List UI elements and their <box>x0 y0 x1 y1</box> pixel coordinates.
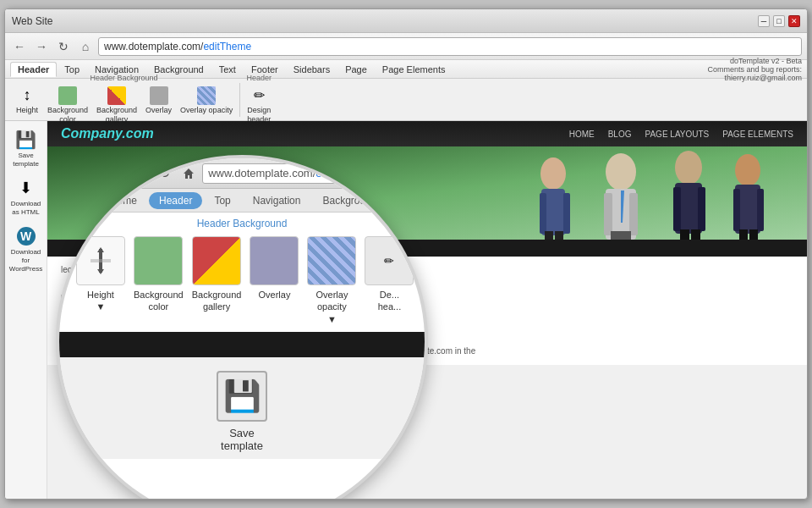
mag-tab-color-scheme[interactable]: Color scheme <box>64 192 147 209</box>
mag-tab-navigation[interactable]: Navigation <box>243 192 311 209</box>
design-header-icon: ✏ <box>249 86 269 106</box>
overlay-icon <box>149 86 169 106</box>
nav-page-elements[interactable]: PAGE ELEMENTS <box>722 130 793 139</box>
mag-bg-color-label: Backgroundcolor <box>134 289 184 313</box>
svg-rect-9 <box>698 187 705 231</box>
svg-point-18 <box>540 157 566 190</box>
right-info: doTemplate v2 - Beta Comments and bug re… <box>707 57 802 82</box>
tab-page[interactable]: Page <box>337 62 375 77</box>
mag-height-ctrl[interactable]: Height▼ <box>76 236 125 313</box>
home-button[interactable]: ⌂ <box>76 37 95 56</box>
window-controls: ─ □ ✕ <box>758 15 800 27</box>
site-nav: HOME BLOG PAGE LAYOUTS PAGE ELEMENTS <box>569 130 793 139</box>
mag-save-icon: 💾 <box>217 371 267 422</box>
download-wordpress-label: DownloadforWordPress <box>9 248 42 273</box>
header-controls: Header Background ↕ Height Backgroundcol… <box>5 79 807 121</box>
website-preview: Company.com HOME BLOG PAGE LAYOUTS PAGE … <box>47 121 807 500</box>
mag-overlay-opacity-icon <box>307 236 356 285</box>
mag-overlay-ctrl[interactable]: Overlay <box>250 236 299 301</box>
svg-rect-23 <box>555 231 563 240</box>
bg-gallery-button[interactable]: Backgroundgallery <box>93 84 140 126</box>
address-bar[interactable]: www.dotemplate.com/editTheme <box>98 37 802 56</box>
overlay-button[interactable]: Overlay <box>142 84 175 126</box>
refresh-button[interactable]: ↻ <box>54 37 73 56</box>
tab-page-elements[interactable]: Page Elements <box>375 62 453 77</box>
mag-save-section: 💾 Savetemplate <box>59 357 425 459</box>
height-label: Height <box>16 106 38 115</box>
website-header: Company.com HOME BLOG PAGE LAYOUTS PAGE … <box>47 121 807 146</box>
browser-navbar: ← → ↻ ⌂ www.dotemplate.com/editTheme <box>5 33 807 60</box>
mag-height-label: Height▼ <box>87 289 114 313</box>
save-template-button[interactable]: 💾 Savetemplate <box>7 124 46 171</box>
mag-dark-bar <box>59 332 425 357</box>
svg-rect-20 <box>540 193 546 234</box>
svg-rect-16 <box>739 229 748 240</box>
header-group: ✏ Designheader <box>244 84 274 126</box>
mag-address-bar[interactable]: www.dotemplate.com/editTheme <box>202 163 418 184</box>
mag-tab-background[interactable]: Background <box>312 192 387 209</box>
close-button[interactable]: ✕ <box>788 15 800 27</box>
overlay-opacity-button[interactable]: Overlay opacity <box>177 84 236 126</box>
mag-home-icon <box>180 165 197 182</box>
svg-rect-3 <box>629 193 638 235</box>
mag-browser-bar: b Site ✕ ← ↻ www.dotemplate.com/editThem… <box>59 158 425 189</box>
mag-refresh-button[interactable]: ↻ <box>153 163 175 185</box>
bg-color-button[interactable]: Backgroundcolor <box>44 84 91 126</box>
right-info-title: doTemplate v2 - Beta <box>707 57 802 65</box>
main-content: 💾 Savetemplate ⬇ Downloadas HTML W Downl… <box>5 121 807 500</box>
download-html-button[interactable]: ⬇ Downloadas HTML <box>7 173 46 219</box>
save-template-icon: 💾 <box>14 128 38 152</box>
download-html-label: Downloadas HTML <box>11 200 41 216</box>
svg-rect-2 <box>604 193 612 235</box>
bg-gallery-icon <box>107 86 127 106</box>
mag-tab-header[interactable]: Header <box>149 192 202 209</box>
mag-close[interactable]: ✕ <box>106 167 115 179</box>
download-wordpress-button[interactable]: W DownloadforWordPress <box>7 221 46 276</box>
save-template-label: Savetemplate <box>13 152 39 168</box>
minimize-button[interactable]: ─ <box>758 15 770 27</box>
right-info-line1: Comments and bug reports: <box>707 65 802 74</box>
mag-bg-color-icon <box>134 236 183 285</box>
forward-button[interactable]: → <box>32 37 51 56</box>
header-label: Header <box>246 74 272 82</box>
nav-home[interactable]: HOME <box>569 130 595 139</box>
browser-title: Web Site <box>12 15 758 27</box>
right-info-line2: thierry.ruiz@gmail.com <box>707 74 802 82</box>
design-header-button[interactable]: ✏ Designheader <box>244 84 274 126</box>
svg-marker-27 <box>97 247 104 252</box>
nav-page-layouts[interactable]: PAGE LAYOUTS <box>645 130 710 139</box>
height-icon: ↕ <box>17 86 37 106</box>
mag-bg-gallery-ctrl[interactable]: Backgroundgallery <box>192 236 242 313</box>
mag-height-icon <box>76 236 125 285</box>
mag-save-label: Savetemplate <box>221 427 263 452</box>
svg-rect-29 <box>91 259 111 262</box>
tab-sidebars[interactable]: Sidebars <box>286 62 337 77</box>
mag-tab-top[interactable]: Top <box>204 192 240 209</box>
svg-rect-5 <box>621 231 631 240</box>
site-logo: Company.com <box>61 126 154 141</box>
magnifier-content: b Site ✕ ← ↻ www.dotemplate.com/editThem… <box>59 158 425 500</box>
svg-rect-11 <box>691 229 700 240</box>
svg-marker-28 <box>97 269 104 274</box>
mag-back-button[interactable]: ← <box>126 163 148 185</box>
mag-overlay-icon <box>250 236 299 285</box>
mag-bg-gallery-icon <box>192 236 241 285</box>
maximize-button[interactable]: □ <box>773 15 785 27</box>
browser-window: Web Site ─ □ ✕ ← → ↻ ⌂ www.dotemplate.co… <box>4 8 808 500</box>
mag-design-label: De...hea... <box>378 289 402 313</box>
svg-point-12 <box>735 154 760 186</box>
download-wordpress-icon: W <box>14 224 38 248</box>
mag-overlay-opacity-ctrl[interactable]: Overlay opacity▼ <box>307 236 356 325</box>
svg-rect-8 <box>673 187 681 231</box>
svg-marker-25 <box>184 168 194 179</box>
url-base: www.dotemplate.com/ <box>104 41 203 52</box>
svg-rect-21 <box>563 193 570 234</box>
header-bg-label: Header Background <box>91 74 158 82</box>
mag-design-ctrl[interactable]: ✏ De...hea... <box>365 236 414 313</box>
mag-title: b Site <box>72 168 96 179</box>
mag-tabs: Color scheme Header Top Navigation Backg… <box>59 189 425 213</box>
mag-bg-color-ctrl[interactable]: Backgroundcolor <box>134 236 184 313</box>
height-button[interactable]: ↕ Height <box>12 84 42 126</box>
nav-blog[interactable]: BLOG <box>608 130 632 139</box>
back-button[interactable]: ← <box>10 37 29 56</box>
